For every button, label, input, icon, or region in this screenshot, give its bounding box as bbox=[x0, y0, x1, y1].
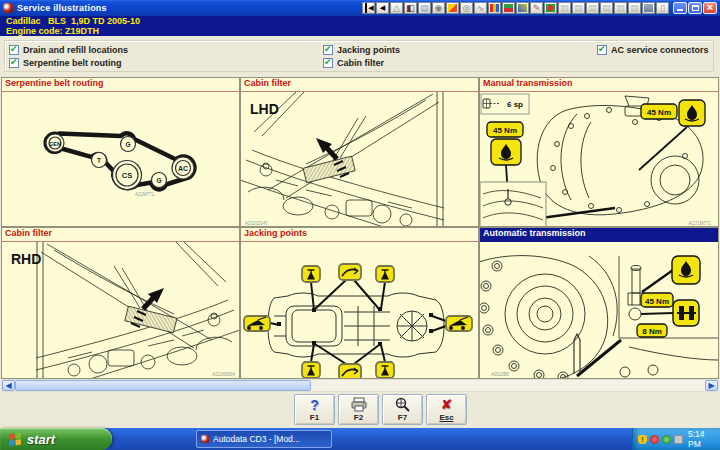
toolbar-pipe-button[interactable]: ∿ bbox=[474, 2, 487, 14]
restore-button[interactable] bbox=[688, 2, 702, 14]
zoom-tool-button[interactable]: F7 bbox=[382, 394, 423, 425]
leader-line bbox=[641, 313, 673, 314]
toolbar-wheel-button[interactable]: ◎ bbox=[460, 2, 473, 14]
window-title: Service illustrations bbox=[17, 3, 107, 13]
toolbar-doc2-button[interactable]: ▤ bbox=[572, 2, 585, 14]
vehicle-name: Cadillac BLS 1,9D TD 2005-10 bbox=[6, 17, 720, 27]
exit-icon: ✘ bbox=[441, 397, 452, 412]
doc-icon: ▤ bbox=[615, 3, 626, 13]
battery-icon: ▯ bbox=[657, 3, 668, 13]
panel-automatic-transmission[interactable]: Automatic transmission bbox=[479, 227, 719, 379]
tray-red-icon[interactable] bbox=[650, 435, 659, 444]
toolbar-vehicle-button[interactable] bbox=[642, 2, 655, 14]
tray-green-icon[interactable] bbox=[662, 435, 671, 444]
panel-cabin-filter-lhd[interactable]: Cabin filter LHD A21102147 bbox=[240, 77, 479, 227]
title-bar: Service illustrations ◀ ◀ △ ◧ ▤ ◉ ◎ ∿ ✎ … bbox=[0, 0, 720, 16]
toolbar-doc3-button[interactable]: ▤ bbox=[586, 2, 599, 14]
cabin-filter-lhd-diagram: LHD A21102147 bbox=[240, 92, 479, 227]
printer-icon bbox=[350, 397, 368, 412]
toolbar-note-button[interactable]: ▤ bbox=[418, 2, 431, 14]
security-shield-icon[interactable]: ! bbox=[638, 435, 647, 444]
toolbar-nav-first-button[interactable]: ◀ bbox=[362, 2, 375, 14]
torque-badge-bottom: 8 Nm bbox=[637, 324, 667, 337]
leader-line bbox=[541, 208, 615, 218]
tray-display-icon[interactable] bbox=[674, 435, 683, 444]
help-icon: ? bbox=[310, 397, 319, 413]
minimize-button[interactable] bbox=[673, 2, 687, 14]
pulley-label: AC bbox=[178, 165, 188, 172]
checkbox-checked-icon[interactable] bbox=[597, 45, 607, 55]
task-button-autodata[interactable]: Autodata CD3 - [Mod... bbox=[196, 430, 332, 448]
toolbar-doc4-button[interactable]: ▤ bbox=[600, 2, 613, 14]
checkbox-checked-icon[interactable] bbox=[323, 45, 333, 55]
fkey-label: F1 bbox=[295, 413, 334, 422]
panel-serpentine-belt[interactable]: Serpentine belt routing GEN T G CS G AC … bbox=[1, 77, 240, 227]
help-button[interactable]: ? F1 bbox=[294, 394, 335, 425]
toolbar-brush-button[interactable]: ✎ bbox=[530, 2, 543, 14]
toolbar-screen-button[interactable] bbox=[502, 2, 515, 14]
torque-badge-top: 45 Nm bbox=[641, 293, 673, 307]
filter-ac-service[interactable]: AC service connectors bbox=[597, 44, 709, 55]
panel-manual-transmission[interactable]: Manual transmission 6 s bbox=[479, 77, 719, 227]
filter-jacking-points[interactable]: Jacking points bbox=[323, 44, 400, 55]
toolbar-disc-button[interactable]: ◉ bbox=[432, 2, 445, 14]
panel-cabin-filter-rhd[interactable]: Cabin filter RHD A21166094 bbox=[1, 227, 240, 379]
illustration-filter-box: Drain and refill locations Serpentine be… bbox=[4, 40, 714, 72]
start-label: start bbox=[27, 432, 55, 447]
toolbar-doc5-button[interactable]: ▤ bbox=[614, 2, 627, 14]
torque-value: 45 Nm bbox=[647, 108, 671, 117]
filter-label: Jacking points bbox=[337, 45, 400, 55]
screen-icon bbox=[504, 4, 513, 12]
toolbar-smart-button[interactable] bbox=[544, 2, 557, 14]
figure-code: AC71M771 bbox=[688, 221, 711, 226]
doc-icon: ▤ bbox=[587, 3, 598, 13]
exit-button[interactable]: ✘ Esc bbox=[426, 394, 467, 425]
toolbar-warning-button[interactable]: △ bbox=[390, 2, 403, 14]
horizontal-scrollbar[interactable]: ◀ ▶ bbox=[1, 379, 719, 392]
figure-code: A011085 bbox=[491, 372, 509, 377]
panel-jacking-points[interactable]: Jacking points bbox=[240, 227, 479, 379]
toolbar-doc1-button[interactable]: ▤ bbox=[558, 2, 571, 14]
scroll-left-arrow-icon[interactable]: ◀ bbox=[2, 380, 15, 391]
scrollbar-thumb[interactable] bbox=[15, 380, 311, 391]
close-button[interactable] bbox=[703, 2, 717, 14]
checkbox-checked-icon[interactable] bbox=[323, 58, 333, 68]
fkey-label: F2 bbox=[339, 413, 378, 422]
scroll-right-arrow-icon[interactable]: ▶ bbox=[705, 380, 718, 391]
brush-icon: ✎ bbox=[531, 3, 542, 13]
manual-transmission-diagram: 6 sp 45 Nm 45 Nm bbox=[479, 92, 718, 227]
filter-cabin-filter[interactable]: Cabin filter bbox=[323, 57, 384, 68]
cabin-filter-rhd-diagram: RHD A21166094 bbox=[1, 242, 240, 379]
doc-icon: ▤ bbox=[601, 3, 612, 13]
function-key-bar: ? F1 F2 F7 ✘ Esc bbox=[294, 394, 467, 425]
warning-icon: △ bbox=[391, 3, 402, 13]
pulley-label: T bbox=[97, 157, 101, 164]
checkbox-checked-icon[interactable] bbox=[9, 58, 19, 68]
filter-drain-refill[interactable]: Drain and refill locations bbox=[9, 44, 128, 55]
toolbar-chart-button[interactable] bbox=[488, 2, 501, 14]
system-tray: ! 5:14 PM bbox=[632, 428, 720, 450]
toolbar-doc6-button[interactable]: ▤ bbox=[628, 2, 641, 14]
figure-code: A21M771 bbox=[135, 192, 155, 197]
torque-badge-left: 45 Nm bbox=[487, 122, 523, 137]
toolbar-nav-back-button[interactable]: ◀ bbox=[376, 2, 389, 14]
steering-variant-label: LHD bbox=[250, 101, 279, 117]
autodata-app-icon bbox=[201, 435, 209, 443]
filter-serpentine-belt[interactable]: Serpentine belt routing bbox=[9, 57, 122, 68]
checkbox-checked-icon[interactable] bbox=[9, 45, 19, 55]
toolbar-parts-button[interactable] bbox=[516, 2, 529, 14]
inset-detail-box bbox=[480, 182, 546, 227]
task-label: Autodata CD3 - [Mod... bbox=[213, 434, 300, 444]
start-button[interactable]: start bbox=[0, 428, 112, 450]
filter-label: Drain and refill locations bbox=[23, 45, 128, 55]
automatic-transmission-diagram: 45 Nm 8 Nm A011085 bbox=[479, 242, 718, 379]
disc-icon: ◉ bbox=[433, 3, 444, 13]
steering-variant-label: RHD bbox=[11, 251, 41, 267]
print-button[interactable]: F2 bbox=[338, 394, 379, 425]
toolbar-manual-button[interactable]: ◧ bbox=[404, 2, 417, 14]
filter-badge bbox=[673, 300, 699, 326]
smart-diagnostics-icon bbox=[546, 4, 555, 12]
leader-line bbox=[577, 340, 621, 376]
toolbar-service-button[interactable] bbox=[446, 2, 459, 14]
toolbar-battery-button[interactable]: ▯ bbox=[656, 2, 669, 14]
